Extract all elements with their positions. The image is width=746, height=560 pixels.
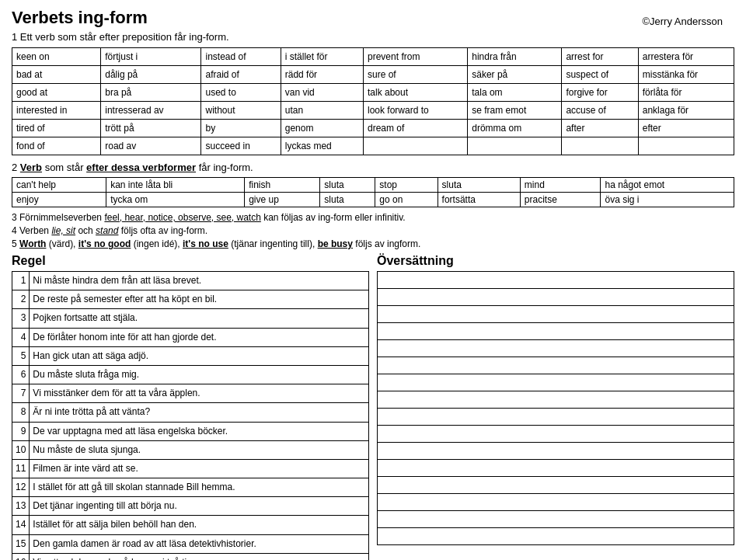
regel-section: Regel 1Ni måste hindra dem från att läsa… [12, 254, 369, 560]
verb-cell: mind [520, 178, 601, 193]
vocab-cell: interested in [12, 102, 101, 120]
vocab-cell: van vid [281, 84, 363, 102]
oversattning-cell[interactable] [378, 426, 734, 443]
vocab-cell: drömma om [468, 120, 562, 137]
copyright: ©Jerry Andersson [642, 16, 723, 27]
rule5-text: 5 Worth (värd), it's no good (ingen idé)… [12, 238, 734, 249]
oversattning-cell[interactable] [378, 323, 734, 340]
vocab-cell: förlåta för [638, 84, 734, 102]
regel-number: 8 [12, 403, 30, 422]
regel-text: De var upptagna med att läsa engelska bö… [30, 422, 369, 440]
vocab-cell: i stället för [281, 48, 363, 66]
vocab-cell: used to [201, 84, 281, 102]
oversattning-cell[interactable] [378, 357, 734, 374]
vocab-cell: dålig på [101, 66, 201, 84]
regel-number: 4 [12, 328, 30, 346]
vocab-cell: tala om [468, 84, 562, 102]
regel-number: 16 [12, 553, 30, 560]
vocab-cell: anklaga för [638, 102, 734, 120]
regel-number: 3 [12, 309, 30, 328]
regel-number: 6 [12, 365, 30, 384]
verb-cell: sluta [320, 193, 375, 207]
vocab-cell: säker på [468, 66, 562, 84]
verb-cell: ha något emot [601, 178, 734, 193]
regel-text: Han gick utan att säga adjö. [30, 346, 369, 365]
regel-number: 14 [12, 516, 30, 534]
vocab-cell: intresserad av [101, 102, 201, 120]
vocab-cell: genom [281, 120, 363, 137]
verb-cell: pracitse [520, 193, 601, 207]
vocab-cell: fond of [12, 137, 101, 155]
vocab-cell: tired of [12, 120, 101, 137]
oversattning-cell[interactable] [378, 306, 734, 323]
vocab-cell: afraid of [201, 66, 281, 84]
verb-cell: finish [245, 178, 320, 193]
verb-cell: öva sig i [601, 193, 734, 207]
regel-text: Pojken fortsatte att stjäla. [30, 309, 369, 328]
vocab-cell: arrest for [562, 48, 638, 66]
page-title: Verbets ing-form [12, 8, 734, 28]
regel-number: 13 [12, 497, 30, 516]
oversattning-cell[interactable] [378, 391, 734, 409]
oversattning-cell[interactable] [378, 289, 734, 306]
rule3-text: 3 Förnimmelseverben feel, hear, notice, … [12, 212, 734, 223]
regel-text: Istället för att sälja bilen behöll han … [30, 516, 369, 534]
oversattning-cell[interactable] [378, 477, 734, 494]
oversattning-cell[interactable] [378, 374, 734, 391]
oversattning-cell[interactable] [378, 443, 734, 460]
vocab-cell: by [201, 120, 281, 137]
vocab-cell: suspect of [562, 66, 638, 84]
oversattning-section: Översättning [377, 254, 734, 560]
oversattning-cell[interactable] [378, 511, 734, 528]
vocab-cell: lyckas med [281, 137, 363, 155]
verb-cell: enjoy [12, 193, 106, 207]
oversattning-cell[interactable] [378, 272, 734, 289]
vocab-cell: hindra från [468, 48, 562, 66]
vocab-cell: talk about [364, 84, 468, 102]
verb-cell: can't help [12, 178, 106, 193]
vocab-cell: efter [638, 120, 734, 137]
regel-text: Är ni inte trötta på att vänta? [30, 403, 369, 422]
vocab-cell: utan [281, 102, 363, 120]
oversattning-cell[interactable] [378, 528, 734, 545]
vocab-cell: bra på [101, 84, 201, 102]
verb-forms-table: can't helpkan inte låta blifinishslutast… [12, 177, 734, 207]
vocab-cell: road av [101, 137, 201, 155]
regel-number: 2 [12, 290, 30, 309]
vocab-cell: forgive for [562, 84, 638, 102]
vocab-cell: se fram emot [468, 102, 562, 120]
vocab-cell [364, 137, 468, 155]
regel-number: 9 [12, 422, 30, 440]
regel-text: Det tjänar ingenting till att börja nu. [30, 497, 369, 516]
oversattning-header: Översättning [377, 254, 734, 268]
vocabulary-table: keen onförtjust iinstead ofi stället för… [12, 47, 734, 155]
oversattning-table [377, 271, 734, 545]
vocab-cell: dream of [364, 120, 468, 137]
vocab-cell [468, 137, 562, 155]
vocab-cell: sure of [364, 66, 468, 84]
verb-cell: stop [375, 178, 437, 193]
verb-cell: sluta [437, 178, 520, 193]
vocab-cell: look forward to [364, 102, 468, 120]
oversattning-cell[interactable] [378, 460, 734, 477]
vocab-cell: rädd för [281, 66, 363, 84]
regel-number: 1 [12, 272, 30, 290]
vocab-cell: bad at [12, 66, 101, 84]
vocab-cell: misstänka för [638, 66, 734, 84]
rule2-text: 2 Verb som står efter dessa verbformer f… [12, 162, 734, 173]
oversattning-cell[interactable] [378, 340, 734, 357]
regel-number: 5 [12, 346, 30, 365]
verb-cell: fortsätta [437, 193, 520, 207]
regel-text: Ni måste hindra dem från att läsa brevet… [30, 272, 369, 290]
regel-text: De förlåter honom inte för att han gjord… [30, 328, 369, 346]
vocab-cell: förtjust i [101, 48, 201, 66]
regel-table: 1Ni måste hindra dem från att läsa breve… [12, 271, 369, 560]
oversattning-cell[interactable] [378, 494, 734, 511]
vocab-cell: keen on [12, 48, 101, 66]
verb-cell: go on [375, 193, 437, 207]
vocab-cell: arrestera för [638, 48, 734, 66]
vocab-cell: trött på [101, 120, 201, 137]
oversattning-cell[interactable] [378, 409, 734, 426]
vocab-cell [638, 137, 734, 155]
vocab-cell: after [562, 120, 638, 137]
